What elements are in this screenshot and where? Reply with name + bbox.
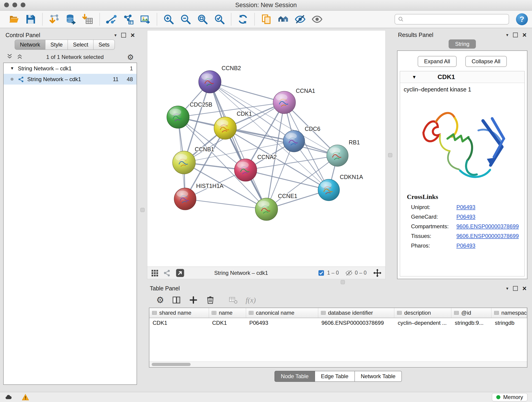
gene-section: ▼ CDK1 cyclin–dependent kinase 1: [400, 71, 525, 276]
network-icon: [18, 76, 25, 83]
copy-pages-icon[interactable]: [259, 12, 273, 26]
network-node-ccnb1[interactable]: CCNB1: [172, 146, 214, 174]
network-row-selected[interactable]: String Network – cdk1 11 48: [4, 74, 137, 85]
show-details-icon[interactable]: [310, 12, 324, 26]
zoom-in-icon[interactable]: [161, 12, 176, 26]
node-label: CDC25B: [190, 101, 212, 108]
fit-move-icon[interactable]: [373, 268, 382, 278]
network-select-icon[interactable]: [163, 269, 171, 277]
results-panel: Results Panel ▾ × String Expand All Coll…: [395, 30, 529, 279]
crosslink-value-link[interactable]: P06493: [456, 242, 475, 249]
crosslink-value-link[interactable]: P06493: [456, 204, 475, 211]
collapse-all-icon[interactable]: [6, 53, 13, 61]
crosslink-value-link[interactable]: 9606.ENSP00000378699: [456, 233, 519, 239]
maximize-window-button[interactable]: [21, 2, 25, 7]
panel-close-icon[interactable]: ×: [522, 32, 526, 38]
memory-button[interactable]: Memory: [492, 393, 527, 401]
hide-details-icon[interactable]: [293, 12, 307, 26]
column-header-shared-name[interactable]: shared name: [149, 308, 209, 318]
import-table-icon[interactable]: [81, 12, 95, 26]
column-header-description[interactable]: description: [394, 308, 451, 318]
create-column-icon[interactable]: [189, 295, 198, 305]
search-field[interactable]: [394, 14, 509, 25]
panel-maximize-icon[interactable]: [121, 33, 126, 38]
collapse-all-button[interactable]: Collapse All: [465, 56, 507, 67]
panel-float-icon[interactable]: ▾: [506, 33, 508, 37]
delete-column-trash-icon[interactable]: [206, 295, 215, 305]
zoom-selected-icon[interactable]: [212, 12, 227, 26]
network-node-ccna1[interactable]: CCNA1: [273, 88, 315, 114]
column-header-database-identifier[interactable]: database identifier: [318, 308, 394, 318]
horizontal-scrollbar[interactable]: [149, 361, 527, 367]
panel-maximize-icon[interactable]: [513, 32, 518, 37]
zoom-out-icon[interactable]: [178, 12, 193, 26]
search-input[interactable]: [406, 16, 506, 23]
save-icon[interactable]: [23, 12, 38, 26]
horizontal-splitter-handle[interactable]: [341, 280, 345, 284]
network-node-cdkn1a[interactable]: CDKN1A: [318, 174, 363, 201]
delete-table-icon-disabled: [229, 295, 238, 305]
crosslink-label: GeneCard:: [411, 214, 456, 220]
network-options-gear-icon[interactable]: ⚙: [127, 53, 134, 61]
crosslink-value-link[interactable]: P06493: [456, 214, 475, 220]
network-new-icon[interactable]: [121, 12, 136, 26]
homes-icon[interactable]: [276, 12, 291, 26]
table-row[interactable]: CDK1CDK1P064939606.ENSP00000378699cyclin…: [149, 318, 527, 328]
minimize-window-button[interactable]: [12, 2, 17, 7]
network-node-hist1h1a[interactable]: HIST1H1A: [174, 183, 224, 210]
tab-string[interactable]: String: [449, 39, 476, 49]
expand-all-button[interactable]: Expand All: [418, 56, 456, 67]
table-options-gear-icon[interactable]: ⚙: [156, 296, 164, 304]
vertical-splitter-handle[interactable]: [388, 153, 392, 157]
import-network-database-icon[interactable]: [64, 12, 78, 26]
node-label: RB1: [349, 139, 360, 146]
expand-all-icon[interactable]: [17, 53, 23, 61]
toolbar-separator: [254, 13, 255, 26]
network-node-cdc25b[interactable]: CDC25B: [167, 101, 212, 128]
crosslink-value-link[interactable]: 9606.ENSP00000378699: [456, 223, 519, 230]
help-icon[interactable]: ?: [516, 13, 528, 25]
panel-close-icon[interactable]: ×: [131, 32, 135, 39]
network-canvas[interactable]: CCNB2 CCNA1 CDC25B CDK1 CDC6 RB1 CCNB1 C…: [147, 31, 385, 267]
birds-eye-view-icon[interactable]: [151, 269, 159, 277]
vertical-splitter-handle[interactable]: [140, 208, 145, 212]
zoom-fit-icon[interactable]: [195, 12, 210, 26]
close-window-button[interactable]: [4, 2, 9, 7]
crosslinks-list: Uniprot: P06493 GeneCard: P06493 Compart…: [400, 202, 525, 250]
warning-icon[interactable]: [22, 393, 29, 401]
open-in-new-window-icon[interactable]: [175, 268, 185, 278]
tab-node-table[interactable]: Node Table: [274, 371, 315, 382]
section-collapse-icon[interactable]: ▼: [412, 75, 417, 80]
network-collection-row[interactable]: ▼ String Network – cdk1 1: [4, 63, 137, 74]
scrollbar-thumb[interactable]: [152, 363, 191, 366]
column-header--id[interactable]: @id: [451, 308, 491, 318]
network-label: String Network – cdk1: [27, 76, 81, 83]
panel-maximize-icon[interactable]: [513, 286, 518, 291]
network-arrows-icon[interactable]: [104, 12, 119, 26]
cloud-icon[interactable]: [5, 393, 12, 401]
import-network-file-icon[interactable]: [47, 12, 61, 26]
image-export-icon[interactable]: [138, 12, 152, 26]
column-header-name[interactable]: name: [209, 308, 246, 318]
panel-close-icon[interactable]: ×: [522, 285, 526, 292]
open-folder-icon[interactable]: [6, 12, 21, 26]
tab-network-table[interactable]: Network Table: [355, 371, 402, 382]
refresh-icon[interactable]: [235, 12, 250, 26]
show-columns-icon[interactable]: [172, 295, 181, 305]
column-header-canonical-name[interactable]: canonical name: [246, 308, 318, 318]
tab-network[interactable]: Network: [15, 40, 45, 50]
tab-style[interactable]: Style: [45, 40, 68, 50]
column-header-namespac[interactable]: namespac: [491, 308, 527, 318]
network-node-rb1[interactable]: RB1: [327, 139, 360, 166]
node-label: CCNB2: [222, 65, 241, 71]
network-selected-status: 1 of 1 Network selected: [23, 54, 127, 60]
tab-select[interactable]: Select: [68, 40, 94, 50]
table-cell: P06493: [246, 318, 318, 328]
toolbar-separator: [99, 13, 100, 26]
collection-expand-icon[interactable]: ▼: [10, 66, 14, 71]
panel-float-icon[interactable]: ▾: [506, 286, 508, 291]
tab-edge-table[interactable]: Edge Table: [315, 371, 355, 382]
panel-float-icon[interactable]: ▾: [114, 33, 117, 37]
network-node-ccne1[interactable]: CCNE1: [255, 193, 298, 220]
tab-sets[interactable]: Sets: [94, 40, 115, 50]
